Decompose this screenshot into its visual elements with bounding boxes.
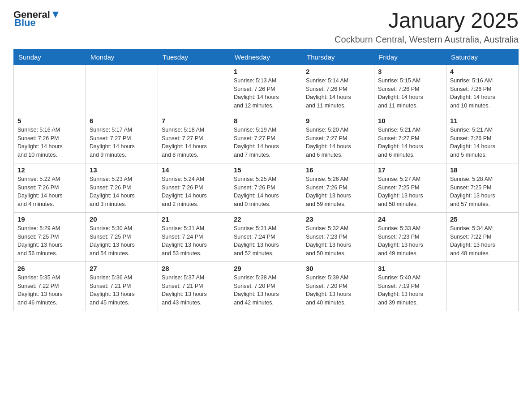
day-info: Sunrise: 5:32 AM Sunset: 7:23 PM Dayligh… <box>306 224 370 258</box>
day-info: Sunrise: 5:26 AM Sunset: 7:26 PM Dayligh… <box>306 175 370 209</box>
logo-blue-text: Blue <box>14 17 36 29</box>
day-header-tuesday: Tuesday <box>158 49 230 64</box>
day-header-friday: Friday <box>374 49 446 64</box>
day-info: Sunrise: 5:25 AM Sunset: 7:26 PM Dayligh… <box>234 175 298 209</box>
calendar-cell <box>14 64 86 114</box>
day-header-row: SundayMondayTuesdayWednesdayThursdayFrid… <box>14 49 519 64</box>
day-info: Sunrise: 5:39 AM Sunset: 7:20 PM Dayligh… <box>306 274 370 307</box>
day-number: 19 <box>17 215 82 223</box>
day-info: Sunrise: 5:21 AM Sunset: 7:27 PM Dayligh… <box>378 126 442 159</box>
subtitle: Cockburn Central, Western Australia, Aus… <box>335 34 519 45</box>
header: General Blue January 2025 Cockburn Centr… <box>13 9 519 45</box>
day-number: 25 <box>450 215 515 223</box>
day-info: Sunrise: 5:38 AM Sunset: 7:20 PM Dayligh… <box>234 274 298 307</box>
day-number: 27 <box>90 265 154 272</box>
calendar-cell: 18Sunrise: 5:28 AM Sunset: 7:25 PM Dayli… <box>446 163 519 212</box>
day-number: 23 <box>306 215 370 223</box>
day-number: 4 <box>450 68 515 75</box>
week-row-1: 1Sunrise: 5:13 AM Sunset: 7:26 PM Daylig… <box>14 64 519 114</box>
day-number: 30 <box>306 265 370 272</box>
day-info: Sunrise: 5:23 AM Sunset: 7:26 PM Dayligh… <box>90 175 154 209</box>
day-info: Sunrise: 5:27 AM Sunset: 7:25 PM Dayligh… <box>378 175 442 209</box>
day-info: Sunrise: 5:20 AM Sunset: 7:27 PM Dayligh… <box>306 126 370 159</box>
calendar-cell: 16Sunrise: 5:26 AM Sunset: 7:26 PM Dayli… <box>302 163 374 212</box>
day-number: 9 <box>306 117 370 124</box>
day-info: Sunrise: 5:19 AM Sunset: 7:27 PM Dayligh… <box>234 126 298 159</box>
day-number: 17 <box>378 166 442 174</box>
day-number: 22 <box>234 215 298 223</box>
day-info: Sunrise: 5:35 AM Sunset: 7:22 PM Dayligh… <box>17 274 82 307</box>
calendar-cell: 30Sunrise: 5:39 AM Sunset: 7:20 PM Dayli… <box>302 261 374 311</box>
day-number: 28 <box>162 265 226 272</box>
calendar-cell: 14Sunrise: 5:24 AM Sunset: 7:26 PM Dayli… <box>158 163 230 212</box>
day-number: 2 <box>306 68 370 75</box>
day-info: Sunrise: 5:14 AM Sunset: 7:26 PM Dayligh… <box>306 77 370 110</box>
week-row-5: 26Sunrise: 5:35 AM Sunset: 7:22 PM Dayli… <box>14 261 519 311</box>
calendar-cell: 31Sunrise: 5:40 AM Sunset: 7:19 PM Dayli… <box>374 261 446 311</box>
calendar-cell: 4Sunrise: 5:16 AM Sunset: 7:26 PM Daylig… <box>446 64 519 114</box>
calendar-cell: 1Sunrise: 5:13 AM Sunset: 7:26 PM Daylig… <box>230 64 302 114</box>
calendar-cell: 6Sunrise: 5:17 AM Sunset: 7:27 PM Daylig… <box>86 114 158 163</box>
main-title: January 2025 <box>335 9 519 33</box>
calendar-cell: 22Sunrise: 5:31 AM Sunset: 7:24 PM Dayli… <box>230 212 302 261</box>
calendar-cell: 21Sunrise: 5:31 AM Sunset: 7:24 PM Dayli… <box>158 212 230 261</box>
calendar-cell: 24Sunrise: 5:33 AM Sunset: 7:23 PM Dayli… <box>374 212 446 261</box>
calendar-cell: 9Sunrise: 5:20 AM Sunset: 7:27 PM Daylig… <box>302 114 374 163</box>
day-info: Sunrise: 5:31 AM Sunset: 7:24 PM Dayligh… <box>234 224 298 258</box>
calendar-header: SundayMondayTuesdayWednesdayThursdayFrid… <box>14 49 519 64</box>
day-number: 7 <box>162 117 226 124</box>
day-number: 21 <box>162 215 226 223</box>
calendar-cell: 29Sunrise: 5:38 AM Sunset: 7:20 PM Dayli… <box>230 261 302 311</box>
calendar-cell: 11Sunrise: 5:21 AM Sunset: 7:26 PM Dayli… <box>446 114 519 163</box>
calendar-cell: 5Sunrise: 5:16 AM Sunset: 7:26 PM Daylig… <box>14 114 86 163</box>
day-info: Sunrise: 5:16 AM Sunset: 7:26 PM Dayligh… <box>450 77 515 110</box>
day-header-saturday: Saturday <box>446 49 519 64</box>
calendar: SundayMondayTuesdayWednesdayThursdayFrid… <box>13 49 519 311</box>
calendar-cell: 8Sunrise: 5:19 AM Sunset: 7:27 PM Daylig… <box>230 114 302 163</box>
calendar-cell <box>158 64 230 114</box>
day-info: Sunrise: 5:30 AM Sunset: 7:25 PM Dayligh… <box>90 224 154 258</box>
day-number: 12 <box>17 166 82 174</box>
day-number: 3 <box>378 68 442 75</box>
calendar-cell: 2Sunrise: 5:14 AM Sunset: 7:26 PM Daylig… <box>302 64 374 114</box>
day-info: Sunrise: 5:36 AM Sunset: 7:21 PM Dayligh… <box>90 274 154 307</box>
day-info: Sunrise: 5:17 AM Sunset: 7:27 PM Dayligh… <box>90 126 154 159</box>
day-number: 1 <box>234 68 298 75</box>
day-info: Sunrise: 5:15 AM Sunset: 7:26 PM Dayligh… <box>378 77 442 110</box>
calendar-cell <box>86 64 158 114</box>
svg-marker-0 <box>52 12 59 18</box>
day-number: 31 <box>378 265 442 272</box>
day-info: Sunrise: 5:28 AM Sunset: 7:25 PM Dayligh… <box>450 175 515 209</box>
day-number: 18 <box>450 166 515 174</box>
day-header-thursday: Thursday <box>302 49 374 64</box>
day-number: 14 <box>162 166 226 174</box>
week-row-2: 5Sunrise: 5:16 AM Sunset: 7:26 PM Daylig… <box>14 114 519 163</box>
day-info: Sunrise: 5:18 AM Sunset: 7:27 PM Dayligh… <box>162 126 226 159</box>
calendar-cell: 20Sunrise: 5:30 AM Sunset: 7:25 PM Dayli… <box>86 212 158 261</box>
calendar-cell: 26Sunrise: 5:35 AM Sunset: 7:22 PM Dayli… <box>14 261 86 311</box>
day-number: 24 <box>378 215 442 223</box>
day-number: 29 <box>234 265 298 272</box>
calendar-cell: 23Sunrise: 5:32 AM Sunset: 7:23 PM Dayli… <box>302 212 374 261</box>
day-info: Sunrise: 5:40 AM Sunset: 7:19 PM Dayligh… <box>378 274 442 307</box>
logo: General Blue <box>13 9 60 29</box>
day-number: 10 <box>378 117 442 124</box>
day-header-sunday: Sunday <box>14 49 86 64</box>
calendar-cell: 13Sunrise: 5:23 AM Sunset: 7:26 PM Dayli… <box>86 163 158 212</box>
title-area: January 2025 Cockburn Central, Western A… <box>335 9 519 45</box>
day-info: Sunrise: 5:13 AM Sunset: 7:26 PM Dayligh… <box>234 77 298 110</box>
day-number: 16 <box>306 166 370 174</box>
calendar-cell <box>446 261 519 311</box>
day-number: 8 <box>234 117 298 124</box>
day-number: 6 <box>90 117 154 124</box>
day-number: 11 <box>450 117 515 124</box>
calendar-cell: 10Sunrise: 5:21 AM Sunset: 7:27 PM Dayli… <box>374 114 446 163</box>
day-number: 20 <box>90 215 154 223</box>
day-info: Sunrise: 5:16 AM Sunset: 7:26 PM Dayligh… <box>17 126 82 159</box>
calendar-cell: 25Sunrise: 5:34 AM Sunset: 7:22 PM Dayli… <box>446 212 519 261</box>
calendar-cell: 15Sunrise: 5:25 AM Sunset: 7:26 PM Dayli… <box>230 163 302 212</box>
calendar-cell: 3Sunrise: 5:15 AM Sunset: 7:26 PM Daylig… <box>374 64 446 114</box>
day-header-monday: Monday <box>86 49 158 64</box>
day-info: Sunrise: 5:31 AM Sunset: 7:24 PM Dayligh… <box>162 224 226 258</box>
day-number: 26 <box>17 265 82 272</box>
